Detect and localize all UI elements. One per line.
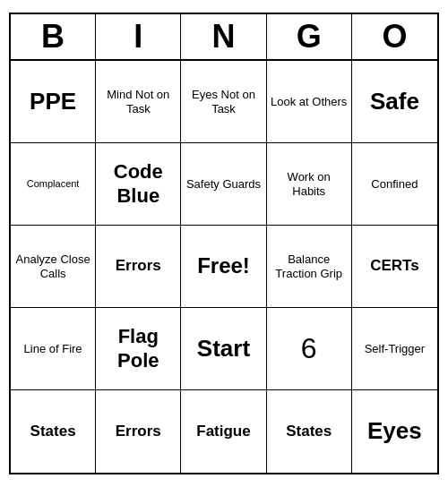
cell-text: Free! [197,253,250,279]
bingo-cell: Free! [181,226,266,308]
cell-text: Errors [116,423,161,440]
bingo-cell: Code Blue [96,143,181,226]
bingo-cell: Eyes Not on Task [181,61,266,143]
bingo-cell: 6 [267,308,352,390]
cell-text: Line of Fire [24,342,82,356]
bingo-cell: Work on Habits [267,143,352,226]
cell-text: CERTs [370,257,418,275]
bingo-cell: Analyze Close Calls [11,226,96,308]
header-letter: N [181,14,266,59]
bingo-cell: Mind Not on Task [96,61,181,143]
bingo-header: BINGO [11,14,437,61]
cell-text: 6 [301,331,317,365]
bingo-cell: Balance Traction Grip [267,226,352,308]
header-letter: O [352,14,437,59]
cell-text: Balance Traction Grip [271,252,348,280]
bingo-cell: States [267,390,352,473]
cell-text: Errors [116,257,161,275]
bingo-cell: Errors [96,226,181,308]
cell-text: Confined [371,177,418,192]
cell-text: Mind Not on Task [99,88,177,115]
cell-text: Safety Guards [186,177,261,192]
bingo-cell: States [11,390,96,473]
bingo-cell: Self-Trigger [352,308,437,390]
bingo-cell: Eyes [352,390,437,473]
header-letter: G [267,14,352,59]
bingo-cell: CERTs [352,226,437,308]
cell-text: Code Blue [99,160,177,208]
cell-text: Work on Habits [271,170,348,198]
bingo-cell: Flag Pole [96,308,181,390]
cell-text: Eyes [367,417,422,445]
cell-text: Eyes Not on Task [185,88,262,115]
cell-text: Look at Others [271,95,347,109]
bingo-cell: Line of Fire [11,308,96,390]
cell-text: PPE [30,88,76,115]
bingo-cell: Safe [352,61,437,143]
cell-text: Start [197,335,250,363]
bingo-card: BINGO PPEMind Not on TaskEyes Not on Tas… [9,13,439,474]
cell-text: Safe [370,88,419,115]
bingo-cell: Confined [352,143,437,226]
bingo-cell: Complacent [11,143,96,226]
cell-text: States [286,423,332,440]
cell-text: Complacent [27,178,80,190]
cell-text: Analyze Close Calls [14,252,91,280]
bingo-cell: PPE [11,61,96,143]
bingo-cell: Errors [96,390,181,473]
bingo-cell: Look at Others [267,61,352,143]
bingo-cell: Safety Guards [181,143,266,226]
bingo-grid: PPEMind Not on TaskEyes Not on TaskLook … [11,61,437,473]
header-letter: I [96,14,181,59]
cell-text: States [30,423,76,440]
cell-text: Flag Pole [99,325,177,372]
bingo-cell: Fatigue [181,390,266,473]
cell-text: Fatigue [196,423,250,440]
bingo-cell: Start [181,308,266,390]
header-letter: B [11,14,96,59]
cell-text: Self-Trigger [365,342,425,356]
